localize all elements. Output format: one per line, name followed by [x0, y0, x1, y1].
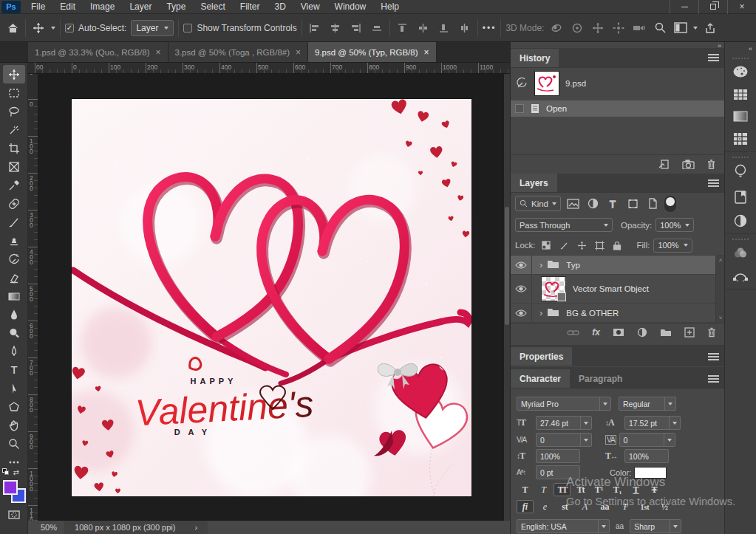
history-snapshot-row[interactable]: 9.psd [511, 68, 725, 99]
search-icon[interactable] [652, 20, 668, 36]
canvas-vertical-scrollbar[interactable] [504, 74, 510, 521]
baseline-shift-field[interactable]: 0 pt [536, 465, 580, 479]
workspace-switcher-icon[interactable] [672, 20, 689, 36]
visibility-eye-icon[interactable] [511, 256, 532, 274]
quick-selection-tool[interactable] [3, 120, 25, 139]
discretionary-ligatures-button[interactable]: st [556, 500, 573, 513]
blend-mode-dropdown[interactable]: Pass Through [515, 218, 613, 232]
menu-item-view[interactable]: View [293, 0, 327, 14]
frame-tool[interactable] [3, 157, 25, 176]
3d-rotate-icon[interactable] [548, 20, 565, 36]
contextual-alternates-button[interactable]: e [537, 500, 554, 513]
3d-slide-icon[interactable] [610, 20, 627, 36]
small-caps-button[interactable]: Tt [572, 483, 589, 496]
swash-button[interactable]: A [576, 500, 593, 513]
pen-tool[interactable] [3, 342, 25, 360]
new-layer-icon[interactable] [684, 327, 695, 338]
paths-panel-icon[interactable] [732, 270, 749, 283]
visibility-eye-icon[interactable] [511, 304, 532, 322]
align-left-edges-icon[interactable] [307, 20, 323, 36]
lock-artboard-icon[interactable] [593, 241, 607, 250]
brush-tool[interactable] [3, 213, 25, 231]
font-size-dropdown[interactable]: 27.46 pt [536, 416, 592, 430]
3d-drag-icon[interactable] [590, 20, 606, 36]
doc-tab-2[interactable]: 3.psd @ 50% (Toga , RGB/8#)× [168, 42, 309, 62]
expand-panels-icon[interactable]: « [749, 45, 752, 52]
horizontal-scale-field[interactable]: 100% [624, 449, 669, 463]
shape-tool[interactable] [3, 397, 25, 416]
distribute-horizontal-icon[interactable] [457, 20, 473, 36]
distribute-top-icon[interactable] [395, 20, 411, 36]
zoom-level-field[interactable]: 50% [28, 523, 64, 532]
filter-shape-icon[interactable] [624, 196, 641, 211]
scroll-up-icon[interactable]: ˄ [719, 257, 723, 264]
path-selection-tool[interactable] [3, 379, 25, 397]
patterns-panel-icon[interactable] [733, 132, 748, 146]
color-panel-icon[interactable] [732, 65, 749, 78]
visibility-eye-icon[interactable] [511, 275, 532, 303]
swap-colors-icon[interactable]: ⇄ [13, 468, 19, 476]
canvas-document[interactable]: HAPPY Valentine's D A Y [72, 99, 471, 496]
menu-item-file[interactable]: File [24, 0, 52, 14]
layer-style-fx-icon[interactable]: fx [592, 327, 600, 338]
3d-roll-icon[interactable] [569, 20, 585, 36]
filter-type-icon[interactable]: T [605, 196, 621, 211]
default-colors-icon[interactable] [2, 468, 10, 476]
font-family-dropdown[interactable]: Myriad Pro [517, 397, 611, 411]
blur-tool[interactable] [3, 305, 25, 324]
align-center-icon[interactable] [369, 20, 385, 36]
menu-item-3d[interactable]: 3D [267, 0, 293, 14]
layer-row-vector-smart-object[interactable]: Vector Smart Object [511, 275, 725, 304]
zoom-tool[interactable] [3, 434, 25, 453]
new-doc-from-state-icon[interactable] [658, 159, 670, 170]
menu-item-select[interactable]: Select [193, 0, 232, 14]
layer-row-bg-other[interactable]: › BG & OTHER [511, 304, 725, 323]
expand-chevron-icon[interactable]: › [539, 259, 542, 270]
distribute-vertical-icon[interactable] [415, 20, 432, 36]
tracking-dropdown[interactable]: 0 [619, 433, 675, 447]
subscript-button[interactable]: T₁ [609, 483, 626, 496]
filter-kind-dropdown[interactable]: Kind [515, 196, 561, 211]
filter-image-icon[interactable] [565, 196, 581, 211]
eyedropper-tool[interactable] [3, 176, 25, 194]
filter-toggle-switch[interactable] [664, 196, 676, 212]
align-right-edges-icon[interactable] [348, 20, 364, 36]
share-icon[interactable] [702, 20, 718, 36]
hand-tool[interactable] [3, 416, 25, 434]
add-mask-icon[interactable] [613, 328, 624, 337]
lock-transparency-icon[interactable] [539, 241, 554, 250]
close-icon[interactable]: × [156, 47, 161, 58]
auto-select-mode-dropdown[interactable]: Layer [131, 20, 174, 36]
layers-tab[interactable]: Layers [511, 174, 557, 192]
strikethrough-button[interactable]: Ŧ [646, 483, 663, 496]
menu-item-edit[interactable]: Edit [52, 0, 83, 14]
antialias-dropdown[interactable]: Sharp [630, 519, 681, 533]
move-tool[interactable] [3, 65, 25, 83]
show-transform-checkbox[interactable] [183, 24, 192, 32]
dodge-tool[interactable] [3, 324, 25, 342]
foreground-color-swatch[interactable] [3, 480, 18, 495]
lock-all-icon[interactable] [610, 241, 624, 250]
adjustments-panel-icon[interactable] [734, 214, 747, 227]
close-icon[interactable]: × [296, 47, 301, 58]
status-chevron-icon[interactable]: › [194, 523, 197, 532]
filter-adjustment-icon[interactable] [585, 196, 601, 211]
pasteboard[interactable]: HAPPY Valentine's D A Y [38, 74, 510, 521]
history-state-open[interactable]: Open [511, 100, 725, 117]
lasso-tool[interactable] [3, 102, 25, 120]
lock-pixels-icon[interactable] [557, 241, 571, 250]
auto-select-checkbox[interactable]: ✓ [65, 24, 74, 32]
3d-camera-icon[interactable] [631, 20, 647, 36]
panel-menu-icon[interactable] [708, 54, 719, 55]
quick-mask-icon[interactable] [3, 505, 25, 524]
leading-dropdown[interactable]: 17.52 pt [624, 416, 681, 430]
history-brush-tool[interactable] [3, 250, 25, 268]
doc-tab-1[interactable]: 1.psd @ 33.3% (Quo., RGB/8)× [28, 42, 168, 62]
history-source-checkbox[interactable] [515, 104, 524, 113]
text-color-swatch[interactable] [634, 467, 667, 479]
clone-stamp-tool[interactable] [3, 231, 25, 250]
adjustment-layer-icon[interactable] [637, 327, 647, 338]
marquee-tool[interactable] [3, 83, 25, 102]
scroll-down-icon[interactable]: ˅ [719, 315, 723, 321]
fill-dropdown[interactable]: 100% [653, 239, 692, 253]
